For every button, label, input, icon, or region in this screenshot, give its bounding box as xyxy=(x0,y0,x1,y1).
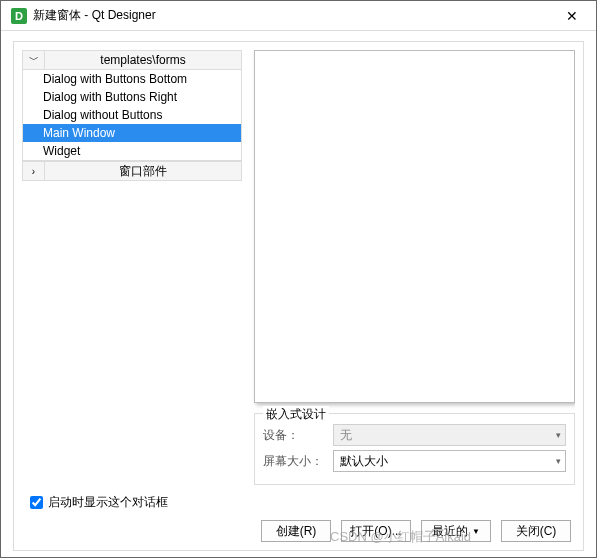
tree-item[interactable]: Dialog without Buttons xyxy=(23,106,241,124)
close-button[interactable]: 关闭(C) xyxy=(501,520,571,542)
tree-header-label: templates\forms xyxy=(45,53,241,67)
tree-item[interactable]: Main Window xyxy=(23,124,241,142)
tree-items: Dialog with Buttons BottomDialog with Bu… xyxy=(22,70,242,161)
template-tree[interactable]: ﹀ templates\forms Dialog with Buttons Bo… xyxy=(22,50,242,485)
device-combo: 无 ▾ xyxy=(333,424,566,446)
chevron-down-icon: ▼ xyxy=(472,527,480,536)
device-row: 设备： 无 ▾ xyxy=(263,424,566,446)
show-on-startup-row[interactable]: 启动时显示这个对话框 xyxy=(22,485,575,516)
screensize-label: 屏幕大小： xyxy=(263,453,323,470)
screensize-combo[interactable]: 默认大小 ▾ xyxy=(333,450,566,472)
app-icon: D xyxy=(11,8,27,24)
new-form-dialog: D 新建窗体 - Qt Designer ✕ ﹀ templates\forms… xyxy=(0,0,597,558)
tree-group-templates[interactable]: ﹀ templates\forms xyxy=(22,50,242,70)
titlebar: D 新建窗体 - Qt Designer ✕ xyxy=(1,1,596,31)
close-icon[interactable]: ✕ xyxy=(552,8,592,24)
show-on-startup-label[interactable]: 启动时显示这个对话框 xyxy=(48,494,168,511)
open-button[interactable]: 打开(O)... xyxy=(341,520,411,542)
right-column: 嵌入式设计 设备： 无 ▾ 屏幕大小： 默认大小 ▾ xyxy=(254,50,575,485)
window-title: 新建窗体 - Qt Designer xyxy=(33,7,552,24)
button-row: 创建(R) 打开(O)... 最近的 ▼ 关闭(C) xyxy=(22,516,575,542)
device-label: 设备： xyxy=(263,427,323,444)
embedded-design-group: 嵌入式设计 设备： 无 ▾ 屏幕大小： 默认大小 ▾ xyxy=(254,413,575,485)
tree-header-label: 窗口部件 xyxy=(45,163,241,180)
tree-item[interactable]: Dialog with Buttons Bottom xyxy=(23,70,241,88)
content-area: ﹀ templates\forms Dialog with Buttons Bo… xyxy=(13,41,584,551)
chevron-right-icon: › xyxy=(23,162,45,180)
show-on-startup-checkbox[interactable] xyxy=(30,496,43,509)
tree-item[interactable]: Dialog with Buttons Right xyxy=(23,88,241,106)
main-row: ﹀ templates\forms Dialog with Buttons Bo… xyxy=(22,50,575,485)
device-value: 无 xyxy=(340,427,352,444)
recent-button[interactable]: 最近的 ▼ xyxy=(421,520,491,542)
chevron-down-icon: ▾ xyxy=(556,430,561,440)
tree-item[interactable]: Widget xyxy=(23,142,241,160)
recent-label: 最近的 xyxy=(432,523,468,540)
chevron-down-icon: ▾ xyxy=(556,456,561,466)
tree-group-widgets[interactable]: › 窗口部件 xyxy=(22,161,242,181)
screensize-row: 屏幕大小： 默认大小 ▾ xyxy=(263,450,566,472)
create-button[interactable]: 创建(R) xyxy=(261,520,331,542)
form-preview xyxy=(254,50,575,403)
screensize-value: 默认大小 xyxy=(340,453,388,470)
group-legend: 嵌入式设计 xyxy=(263,406,329,423)
chevron-down-icon: ﹀ xyxy=(23,51,45,69)
